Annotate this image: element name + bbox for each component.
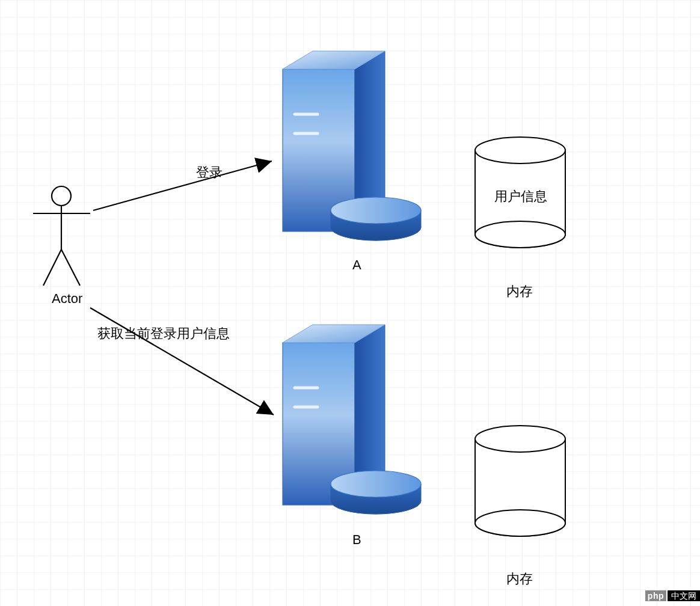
svg-layer <box>0 0 700 606</box>
cylinder-b-caption: 内存 <box>506 570 533 588</box>
actor-label: Actor <box>52 291 82 307</box>
arrow-fetch-user <box>90 308 274 415</box>
svg-line-4 <box>61 249 80 286</box>
diagram-canvas: Actor 登录 获取当前登录用户信息 A B 用户信息 内存 内存 php中文… <box>0 0 700 606</box>
cylinder-b <box>475 426 565 536</box>
watermark-suffix: 中文网 <box>668 590 700 601</box>
server-b-label: B <box>352 532 361 548</box>
svg-point-22 <box>475 426 565 452</box>
svg-point-11 <box>331 197 421 224</box>
actor-figure <box>33 186 90 286</box>
server-b <box>283 325 421 514</box>
svg-point-12 <box>475 221 565 248</box>
watermark-brand: php <box>645 590 666 601</box>
cylinder-a-caption: 内存 <box>506 283 533 301</box>
server-a-label: A <box>352 257 361 273</box>
svg-point-21 <box>475 510 565 536</box>
server-a <box>283 51 421 240</box>
arrow-fetch-user-label: 获取当前登录用户信息 <box>97 325 230 343</box>
arrow-login-label: 登录 <box>196 164 223 182</box>
arrow-login <box>93 161 272 210</box>
svg-line-3 <box>43 249 61 286</box>
svg-point-0 <box>52 186 71 206</box>
svg-point-20 <box>331 471 421 497</box>
svg-point-13 <box>475 137 565 164</box>
cylinder-a-content: 用户信息 <box>494 188 547 206</box>
watermark: php中文网 <box>645 591 700 602</box>
